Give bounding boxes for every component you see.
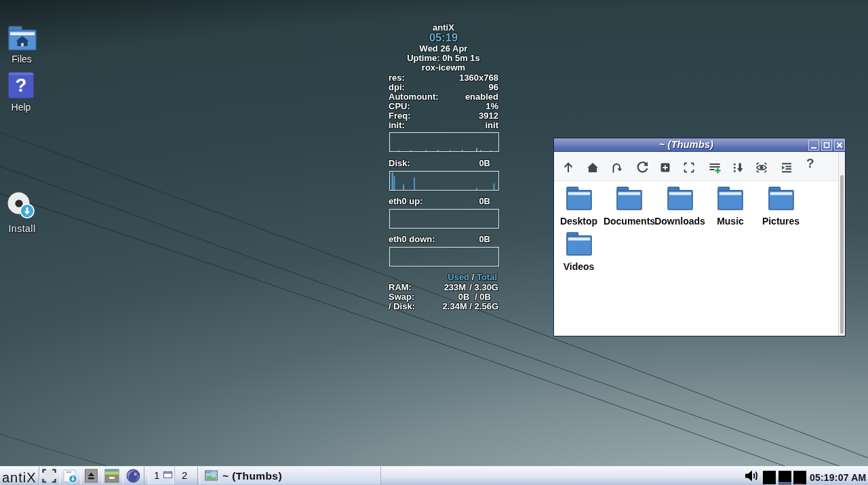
svg-text:?: ?: [16, 75, 27, 96]
